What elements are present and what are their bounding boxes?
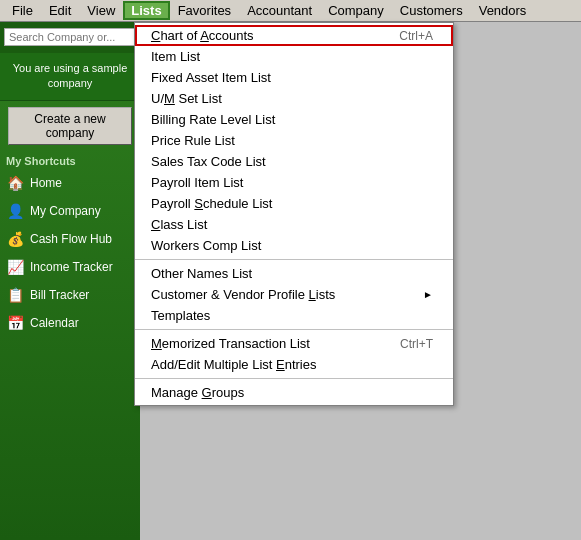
dropdown-price-rule[interactable]: Price Rule List (135, 130, 453, 151)
dropdown-other-names[interactable]: Other Names List (135, 263, 453, 284)
item-list-label: Item List (151, 49, 200, 64)
manage-groups-label: Manage Groups (151, 385, 244, 400)
menu-accountant[interactable]: Accountant (239, 1, 320, 20)
company-icon: 👤 (6, 202, 24, 220)
income-icon: 📈 (6, 258, 24, 276)
sidebar-item-label-bill: Bill Tracker (30, 288, 89, 302)
add-edit-multiple-label: Add/Edit Multiple List Entries (151, 357, 316, 372)
submenu-arrow-icon: ► (423, 289, 433, 300)
bill-icon: 📋 (6, 286, 24, 304)
chart-of-accounts-shortcut: Ctrl+A (399, 29, 433, 43)
separator-3 (135, 378, 453, 379)
chart-of-accounts-label: Chart of Accounts (151, 28, 254, 43)
search-input[interactable] (4, 28, 136, 46)
dropdown-sales-tax-code[interactable]: Sales Tax Code List (135, 151, 453, 172)
menu-company[interactable]: Company (320, 1, 392, 20)
separator-2 (135, 329, 453, 330)
um-set-label: U/M Set List (151, 91, 222, 106)
company-box: You are using a sample company (0, 53, 140, 101)
company-text: You are using a sample company (6, 61, 134, 92)
menu-bar: File Edit View Lists Favorites Accountan… (0, 0, 581, 22)
dropdown-fixed-asset[interactable]: Fixed Asset Item List (135, 67, 453, 88)
dropdown-payroll-schedule[interactable]: Payroll Schedule List (135, 193, 453, 214)
billing-rate-label: Billing Rate Level List (151, 112, 275, 127)
dropdown-chart-of-accounts[interactable]: Chart of Accounts Ctrl+A (135, 25, 453, 46)
calendar-icon: 📅 (6, 314, 24, 332)
dropdown-workers-comp[interactable]: Workers Comp List (135, 235, 453, 256)
dropdown-customer-vendor-profiles[interactable]: Customer & Vendor Profile Lists ► (135, 284, 453, 305)
dropdown-item-list[interactable]: Item List (135, 46, 453, 67)
separator-1 (135, 259, 453, 260)
payroll-item-label: Payroll Item List (151, 175, 243, 190)
fixed-asset-label: Fixed Asset Item List (151, 70, 271, 85)
sidebar-item-label-home: Home (30, 176, 62, 190)
sidebar-item-calendar[interactable]: 📅 Calendar (0, 309, 140, 337)
dropdown-memorized-transaction[interactable]: Memorized Transaction List Ctrl+T (135, 333, 453, 354)
menu-favorites[interactable]: Favorites (170, 1, 239, 20)
shortcuts-title: My Shortcuts (0, 151, 140, 169)
sidebar: You are using a sample company Create a … (0, 22, 140, 540)
menu-edit[interactable]: Edit (41, 1, 79, 20)
sidebar-search-area[interactable] (0, 22, 140, 53)
sidebar-item-home[interactable]: 🏠 Home (0, 169, 140, 197)
memorized-transaction-label: Memorized Transaction List (151, 336, 310, 351)
dropdown-class-list[interactable]: Class List (135, 214, 453, 235)
payroll-schedule-label: Payroll Schedule List (151, 196, 272, 211)
dropdown-add-edit-multiple[interactable]: Add/Edit Multiple List Entries (135, 354, 453, 375)
dropdown-um-set[interactable]: U/M Set List (135, 88, 453, 109)
templates-label: Templates (151, 308, 210, 323)
sidebar-item-label-cashflow: Cash Flow Hub (30, 232, 112, 246)
sidebar-item-billtracker[interactable]: 📋 Bill Tracker (0, 281, 140, 309)
dropdown-billing-rate[interactable]: Billing Rate Level List (135, 109, 453, 130)
dropdown-manage-groups[interactable]: Manage Groups (135, 382, 453, 403)
menu-customers[interactable]: Customers (392, 1, 471, 20)
dropdown-templates[interactable]: Templates (135, 305, 453, 326)
customer-vendor-label: Customer & Vendor Profile Lists (151, 287, 335, 302)
price-rule-label: Price Rule List (151, 133, 235, 148)
menu-lists[interactable]: Lists (123, 1, 169, 20)
home-icon: 🏠 (6, 174, 24, 192)
sidebar-item-mycompany[interactable]: 👤 My Company (0, 197, 140, 225)
lists-dropdown: Chart of Accounts Ctrl+A Item List Fixed… (134, 22, 454, 406)
sidebar-item-cashflow[interactable]: 💰 Cash Flow Hub (0, 225, 140, 253)
class-list-label: Class List (151, 217, 207, 232)
menu-vendors[interactable]: Vendors (471, 1, 535, 20)
sidebar-item-label-calendar: Calendar (30, 316, 79, 330)
menu-view[interactable]: View (79, 1, 123, 20)
dropdown-payroll-item[interactable]: Payroll Item List (135, 172, 453, 193)
memorized-transaction-shortcut: Ctrl+T (400, 337, 433, 351)
sales-tax-code-label: Sales Tax Code List (151, 154, 266, 169)
cashflow-icon: 💰 (6, 230, 24, 248)
menu-file[interactable]: File (4, 1, 41, 20)
sidebar-item-income[interactable]: 📈 Income Tracker (0, 253, 140, 281)
sidebar-item-label-mycompany: My Company (30, 204, 101, 218)
create-new-button[interactable]: Create a new company (8, 107, 132, 145)
workers-comp-label: Workers Comp List (151, 238, 261, 253)
other-names-label: Other Names List (151, 266, 252, 281)
sidebar-item-label-income: Income Tracker (30, 260, 113, 274)
